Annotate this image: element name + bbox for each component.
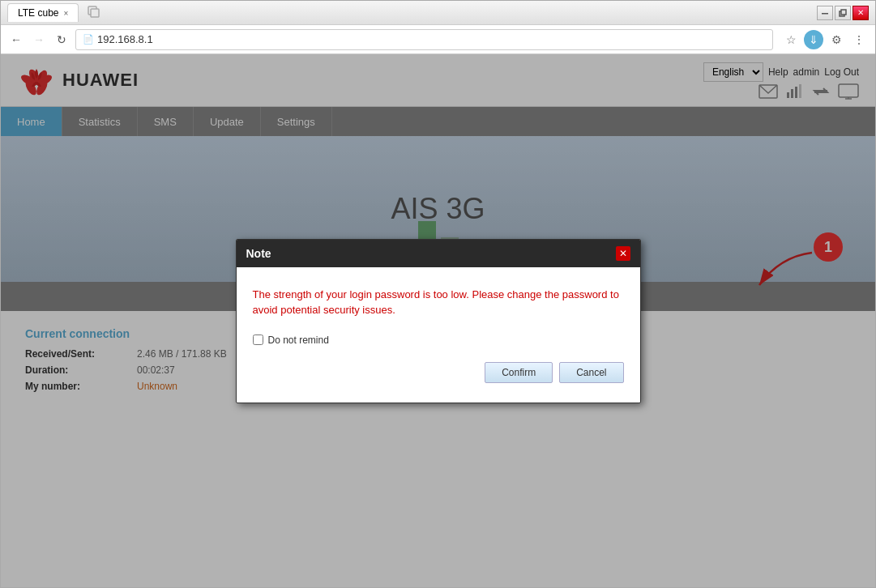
page-icon: 📄 xyxy=(83,34,94,45)
menu-icon[interactable]: ⋮ xyxy=(849,30,869,49)
back-button[interactable]: ← xyxy=(7,31,25,49)
do-not-remind-text: Do not remind xyxy=(268,334,329,346)
browser-tab[interactable]: LTE cube × xyxy=(7,3,79,22)
modal-checkbox-label[interactable]: Do not remind xyxy=(253,334,624,346)
do-not-remind-checkbox[interactable] xyxy=(253,334,263,345)
extension-icon[interactable]: ⚙ xyxy=(827,30,846,49)
modal-footer: Confirm Cancel xyxy=(253,362,624,390)
close-button[interactable]: ✕ xyxy=(852,6,869,20)
title-bar: LTE cube × ✕ xyxy=(1,1,875,25)
modal-overlay: Note ✕ The strength of your login passwo… xyxy=(1,54,875,587)
download-icon[interactable]: ⇓ xyxy=(804,30,823,49)
new-tab-button[interactable] xyxy=(80,2,106,24)
tab-title: LTE cube xyxy=(18,7,58,19)
reload-button[interactable]: ↻ xyxy=(53,31,71,49)
minimize-button[interactable] xyxy=(817,6,833,20)
svg-rect-2 xyxy=(822,13,828,15)
tab-close-button[interactable]: × xyxy=(63,9,68,18)
window-controls: ✕ xyxy=(817,6,869,20)
note-modal: Note ✕ The strength of your login passwo… xyxy=(236,239,641,403)
modal-message: The strength of your login password is t… xyxy=(253,287,624,318)
page-content: HUAWEI English Help admin Log Out xyxy=(1,54,875,587)
url-text: 192.168.8.1 xyxy=(97,33,153,45)
svg-rect-4 xyxy=(841,10,846,15)
modal-body: The strength of your login password is t… xyxy=(237,267,640,403)
cancel-button[interactable]: Cancel xyxy=(559,362,623,383)
modal-close-button[interactable]: ✕ xyxy=(616,246,630,261)
modal-header: Note ✕ xyxy=(237,240,640,267)
browser-window: LTE cube × ✕ ← → ↻ 📄 192.168.8.1 xyxy=(0,0,876,588)
address-bar: ← → ↻ 📄 192.168.8.1 ☆ ⇓ ⚙ ⋮ xyxy=(1,25,875,54)
modal-title: Note xyxy=(246,247,271,260)
browser-toolbar: ☆ ⇓ ⚙ ⋮ xyxy=(781,30,869,49)
star-icon[interactable]: ☆ xyxy=(781,30,801,49)
forward-button[interactable]: → xyxy=(30,31,48,49)
restore-button[interactable] xyxy=(835,6,851,20)
url-bar[interactable]: 📄 192.168.8.1 xyxy=(75,29,773,50)
svg-rect-1 xyxy=(91,9,99,17)
confirm-button[interactable]: Confirm xyxy=(485,362,553,383)
